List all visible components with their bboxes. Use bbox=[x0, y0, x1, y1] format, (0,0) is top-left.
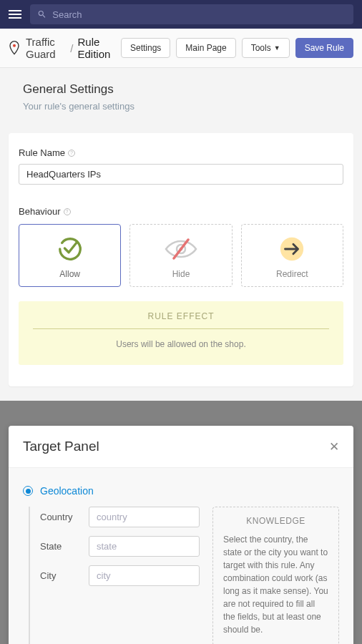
section-subtitle: Your rule's general settings bbox=[9, 101, 353, 112]
knowledge-box: KNOWLEDGE Select the country, the state … bbox=[212, 507, 339, 644]
topbar bbox=[0, 0, 362, 29]
city-input[interactable] bbox=[89, 565, 200, 586]
search-icon bbox=[37, 9, 47, 19]
content: General Settings Your rule's general set… bbox=[0, 68, 362, 401]
header: Traffic Guard / Rule Edition Settings Ma… bbox=[0, 29, 362, 68]
main-page-button[interactable]: Main Page bbox=[176, 38, 235, 58]
close-icon[interactable]: ✕ bbox=[329, 439, 339, 454]
modal-backdrop: Target Panel ✕ Geolocation Country State bbox=[0, 401, 362, 644]
rule-effect-title: RULE EFFECT bbox=[33, 311, 329, 329]
breadcrumb-current: Rule Edition bbox=[77, 36, 115, 60]
radio-label[interactable]: Geolocation bbox=[40, 485, 94, 497]
help-icon[interactable]: ? bbox=[64, 208, 71, 215]
general-settings-card: Rule Name ? Behaviour ? Allow bbox=[9, 133, 353, 386]
modal-header: Target Panel ✕ bbox=[9, 426, 353, 468]
knowledge-title: KNOWLEDGE bbox=[223, 516, 328, 526]
target-panel-modal: Target Panel ✕ Geolocation Country State bbox=[9, 426, 353, 644]
behaviour-option-hide[interactable]: Hide bbox=[129, 224, 232, 287]
tools-dropdown-button[interactable]: Tools▼ bbox=[242, 38, 290, 58]
rule-effect-box: RULE EFFECT Users will be allowed on the… bbox=[19, 301, 343, 365]
modal-title: Target Panel bbox=[23, 439, 99, 454]
breadcrumb-root[interactable]: Traffic Guard bbox=[26, 36, 66, 60]
radio-button-icon[interactable] bbox=[23, 486, 33, 496]
behaviour-option-allow[interactable]: Allow bbox=[19, 224, 121, 287]
breadcrumb: Traffic Guard / Rule Edition bbox=[26, 36, 115, 60]
modal-body: Geolocation Country State City bbox=[9, 468, 353, 644]
help-icon[interactable]: ? bbox=[68, 150, 75, 157]
checkmark-circle-icon bbox=[26, 235, 113, 263]
search-box[interactable] bbox=[30, 4, 353, 24]
svg-point-0 bbox=[13, 44, 16, 47]
caret-down-icon: ▼ bbox=[274, 44, 280, 52]
country-label: Country bbox=[40, 512, 80, 522]
city-label: City bbox=[40, 570, 80, 581]
rule-name-input[interactable] bbox=[19, 164, 343, 185]
logo-pin-icon bbox=[9, 41, 20, 55]
arrow-circle-icon bbox=[249, 235, 336, 263]
eye-slash-icon bbox=[137, 235, 224, 263]
save-rule-button[interactable]: Save Rule bbox=[295, 38, 353, 58]
behaviour-label: Behaviour ? bbox=[19, 206, 343, 217]
hamburger-menu-icon[interactable] bbox=[9, 10, 21, 19]
search-input[interactable] bbox=[52, 9, 346, 20]
rule-effect-text: Users will be allowed on the shop. bbox=[33, 339, 329, 349]
radio-geolocation[interactable]: Geolocation bbox=[23, 485, 339, 497]
behaviour-options: Allow Hide Redirect bbox=[19, 224, 343, 287]
rule-name-label: Rule Name ? bbox=[19, 147, 343, 158]
header-buttons: Settings Main Page Tools▼ Save Rule bbox=[121, 38, 353, 58]
country-input[interactable] bbox=[89, 507, 200, 527]
state-input[interactable] bbox=[89, 536, 200, 557]
state-label: State bbox=[40, 541, 80, 552]
section-title: General Settings bbox=[9, 82, 353, 97]
behaviour-option-redirect[interactable]: Redirect bbox=[241, 224, 343, 287]
geolocation-fields: Country State City bbox=[29, 507, 200, 644]
knowledge-body: Select the country, the state or the cit… bbox=[223, 533, 328, 636]
geolocation-content: Country State City KNOWLEDGE Select the … bbox=[29, 507, 339, 644]
breadcrumb-separator: / bbox=[70, 42, 73, 54]
settings-button[interactable]: Settings bbox=[121, 38, 170, 58]
